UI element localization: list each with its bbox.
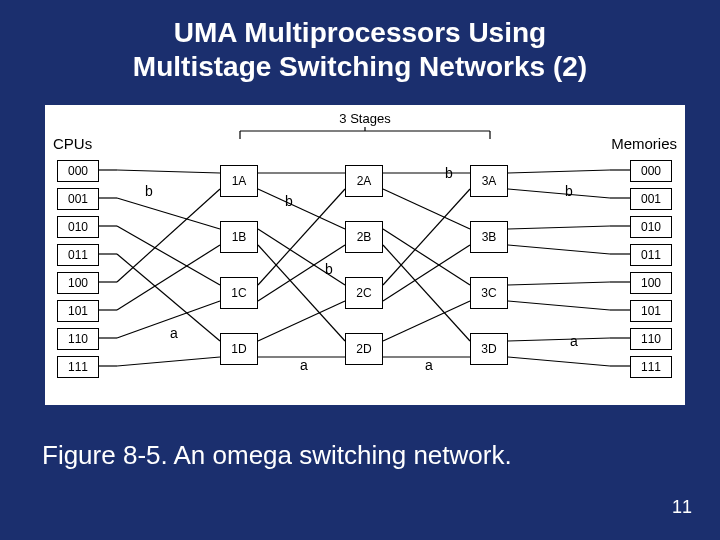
bracket-svg	[45, 105, 685, 405]
figure-caption: Figure 8-5. An omega switching network.	[42, 440, 512, 471]
title-line2: Multistage Switching Networks (2)	[133, 51, 587, 82]
omega-network-diagram: CPUs Memories 3 Stages 000 001 010 011 1…	[45, 105, 685, 405]
title-line1: UMA Multiprocessors Using	[174, 17, 546, 48]
page-number: 11	[672, 497, 692, 518]
slide-title: UMA Multiprocessors Using Multistage Swi…	[0, 0, 720, 83]
